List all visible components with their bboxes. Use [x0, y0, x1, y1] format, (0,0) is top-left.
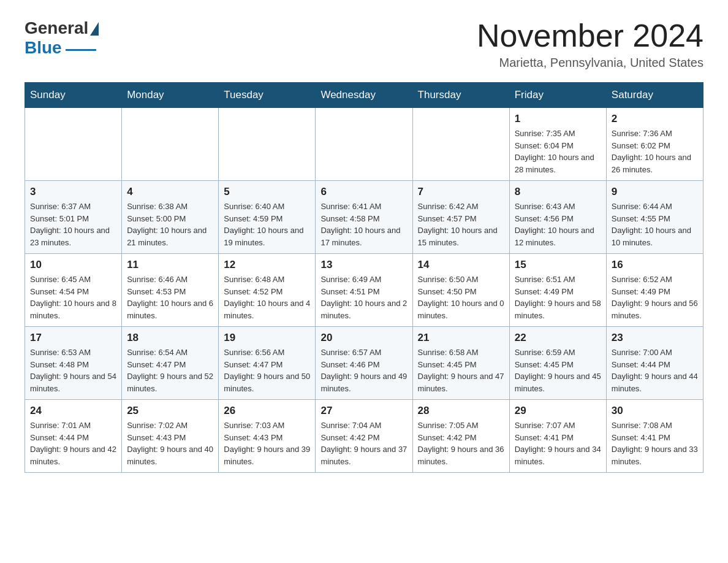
calendar-table: SundayMondayTuesdayWednesdayThursdayFrid… — [25, 82, 703, 473]
calendar-cell: 3Sunrise: 6:37 AMSunset: 5:01 PMDaylight… — [25, 181, 122, 254]
day-info: Sunrise: 7:35 AMSunset: 6:04 PMDaylight:… — [515, 128, 601, 175]
calendar-cell: 9Sunrise: 6:44 AMSunset: 4:55 PMDaylight… — [606, 181, 703, 254]
day-number: 25 — [127, 405, 213, 417]
day-number: 10 — [30, 259, 116, 271]
day-number: 14 — [418, 259, 504, 271]
week-row-4: 17Sunrise: 6:53 AMSunset: 4:48 PMDayligh… — [25, 327, 703, 400]
calendar-cell: 26Sunrise: 7:03 AMSunset: 4:43 PMDayligh… — [219, 400, 316, 473]
day-info: Sunrise: 6:42 AMSunset: 4:57 PMDaylight:… — [418, 201, 504, 248]
calendar-cell: 23Sunrise: 7:00 AMSunset: 4:44 PMDayligh… — [606, 327, 703, 400]
weekday-header-saturday: Saturday — [606, 83, 703, 108]
day-number: 20 — [320, 332, 407, 344]
day-number: 7 — [418, 186, 504, 198]
calendar-cell: 14Sunrise: 6:50 AMSunset: 4:50 PMDayligh… — [412, 254, 509, 327]
day-number: 8 — [515, 186, 601, 198]
day-number: 28 — [418, 405, 504, 417]
calendar-cell: 1Sunrise: 7:35 AMSunset: 6:04 PMDaylight… — [509, 108, 606, 181]
calendar-cell: 29Sunrise: 7:07 AMSunset: 4:41 PMDayligh… — [509, 400, 606, 473]
day-info: Sunrise: 7:04 AMSunset: 4:42 PMDaylight:… — [320, 419, 407, 467]
day-number: 17 — [30, 332, 116, 344]
day-number: 21 — [418, 332, 504, 344]
day-info: Sunrise: 6:48 AMSunset: 4:52 PMDaylight:… — [224, 274, 310, 321]
calendar-cell: 24Sunrise: 7:01 AMSunset: 4:44 PMDayligh… — [25, 400, 122, 473]
day-number: 9 — [612, 186, 698, 198]
day-info: Sunrise: 7:07 AMSunset: 4:41 PMDaylight:… — [515, 419, 601, 467]
calendar-cell: 20Sunrise: 6:57 AMSunset: 4:46 PMDayligh… — [316, 327, 412, 400]
day-number: 19 — [224, 332, 310, 344]
day-info: Sunrise: 6:54 AMSunset: 4:47 PMDaylight:… — [127, 347, 213, 394]
day-number: 3 — [30, 186, 116, 198]
day-info: Sunrise: 6:40 AMSunset: 4:59 PMDaylight:… — [224, 201, 310, 248]
calendar-cell — [122, 108, 219, 181]
week-row-3: 10Sunrise: 6:45 AMSunset: 4:54 PMDayligh… — [25, 254, 703, 327]
week-row-1: 1Sunrise: 7:35 AMSunset: 6:04 PMDaylight… — [25, 108, 703, 181]
calendar-cell: 19Sunrise: 6:56 AMSunset: 4:47 PMDayligh… — [219, 327, 316, 400]
calendar-cell — [412, 108, 509, 181]
week-row-2: 3Sunrise: 6:37 AMSunset: 5:01 PMDaylight… — [25, 181, 703, 254]
week-row-5: 24Sunrise: 7:01 AMSunset: 4:44 PMDayligh… — [25, 400, 703, 473]
day-info: Sunrise: 7:00 AMSunset: 4:44 PMDaylight:… — [612, 347, 698, 394]
calendar-cell: 7Sunrise: 6:42 AMSunset: 4:57 PMDaylight… — [412, 181, 509, 254]
day-info: Sunrise: 6:50 AMSunset: 4:50 PMDaylight:… — [418, 274, 504, 321]
day-number: 26 — [224, 405, 310, 417]
day-number: 5 — [224, 186, 310, 198]
day-number: 15 — [515, 259, 601, 271]
day-info: Sunrise: 6:51 AMSunset: 4:49 PMDaylight:… — [515, 274, 601, 321]
month-title: November 2024 — [477, 18, 703, 53]
calendar-cell: 8Sunrise: 6:43 AMSunset: 4:56 PMDaylight… — [509, 181, 606, 254]
calendar-cell: 4Sunrise: 6:38 AMSunset: 5:00 PMDaylight… — [122, 181, 219, 254]
day-info: Sunrise: 6:57 AMSunset: 4:46 PMDaylight:… — [320, 347, 407, 394]
day-number: 23 — [612, 332, 698, 344]
day-info: Sunrise: 6:37 AMSunset: 5:01 PMDaylight:… — [30, 201, 116, 248]
page-header: General Blue November 2024 Marietta, Pen… — [25, 18, 703, 70]
logo-blue-text: Blue — [25, 38, 62, 58]
day-info: Sunrise: 6:45 AMSunset: 4:54 PMDaylight:… — [30, 274, 116, 321]
day-info: Sunrise: 6:56 AMSunset: 4:47 PMDaylight:… — [224, 347, 310, 394]
calendar-cell: 17Sunrise: 6:53 AMSunset: 4:48 PMDayligh… — [25, 327, 122, 400]
logo: General Blue — [25, 18, 99, 58]
calendar-cell: 13Sunrise: 6:49 AMSunset: 4:51 PMDayligh… — [316, 254, 412, 327]
day-info: Sunrise: 7:08 AMSunset: 4:41 PMDaylight:… — [612, 419, 698, 467]
day-number: 12 — [224, 259, 310, 271]
calendar-cell: 15Sunrise: 6:51 AMSunset: 4:49 PMDayligh… — [509, 254, 606, 327]
day-info: Sunrise: 6:43 AMSunset: 4:56 PMDaylight:… — [515, 201, 601, 248]
day-number: 1 — [515, 113, 601, 125]
calendar-cell: 10Sunrise: 6:45 AMSunset: 4:54 PMDayligh… — [25, 254, 122, 327]
calendar-cell — [219, 108, 316, 181]
day-info: Sunrise: 6:53 AMSunset: 4:48 PMDaylight:… — [30, 347, 116, 394]
calendar-cell: 18Sunrise: 6:54 AMSunset: 4:47 PMDayligh… — [122, 327, 219, 400]
day-info: Sunrise: 6:41 AMSunset: 4:58 PMDaylight:… — [320, 201, 407, 248]
calendar-cell — [316, 108, 412, 181]
day-number: 18 — [127, 332, 213, 344]
day-info: Sunrise: 6:46 AMSunset: 4:53 PMDaylight:… — [127, 274, 213, 321]
calendar-cell: 21Sunrise: 6:58 AMSunset: 4:45 PMDayligh… — [412, 327, 509, 400]
calendar-cell: 16Sunrise: 6:52 AMSunset: 4:49 PMDayligh… — [606, 254, 703, 327]
day-info: Sunrise: 6:49 AMSunset: 4:51 PMDaylight:… — [320, 274, 407, 321]
weekday-header-sunday: Sunday — [25, 83, 122, 108]
calendar-cell: 6Sunrise: 6:41 AMSunset: 4:58 PMDaylight… — [316, 181, 412, 254]
day-info: Sunrise: 6:52 AMSunset: 4:49 PMDaylight:… — [612, 274, 698, 321]
day-number: 29 — [515, 405, 601, 417]
day-info: Sunrise: 6:44 AMSunset: 4:55 PMDaylight:… — [612, 201, 698, 248]
location-text: Marietta, Pennsylvania, United States — [477, 56, 703, 70]
weekday-header-monday: Monday — [122, 83, 219, 108]
day-number: 30 — [612, 405, 698, 417]
weekday-header-row: SundayMondayTuesdayWednesdayThursdayFrid… — [25, 83, 703, 108]
day-info: Sunrise: 6:58 AMSunset: 4:45 PMDaylight:… — [418, 347, 504, 394]
title-section: November 2024 Marietta, Pennsylvania, Un… — [477, 18, 703, 70]
day-number: 13 — [320, 259, 407, 271]
logo-general-text: General — [25, 18, 88, 38]
calendar-cell — [25, 108, 122, 181]
weekday-header-friday: Friday — [509, 83, 606, 108]
day-info: Sunrise: 7:02 AMSunset: 4:43 PMDaylight:… — [127, 419, 213, 467]
day-number: 16 — [612, 259, 698, 271]
calendar-cell: 25Sunrise: 7:02 AMSunset: 4:43 PMDayligh… — [122, 400, 219, 473]
calendar-cell: 5Sunrise: 6:40 AMSunset: 4:59 PMDaylight… — [219, 181, 316, 254]
day-number: 6 — [320, 186, 407, 198]
calendar-cell: 11Sunrise: 6:46 AMSunset: 4:53 PMDayligh… — [122, 254, 219, 327]
calendar-cell: 2Sunrise: 7:36 AMSunset: 6:02 PMDaylight… — [606, 108, 703, 181]
day-info: Sunrise: 6:38 AMSunset: 5:00 PMDaylight:… — [127, 201, 213, 248]
weekday-header-thursday: Thursday — [412, 83, 509, 108]
day-info: Sunrise: 7:05 AMSunset: 4:42 PMDaylight:… — [418, 419, 504, 467]
day-info: Sunrise: 6:59 AMSunset: 4:45 PMDaylight:… — [515, 347, 601, 394]
